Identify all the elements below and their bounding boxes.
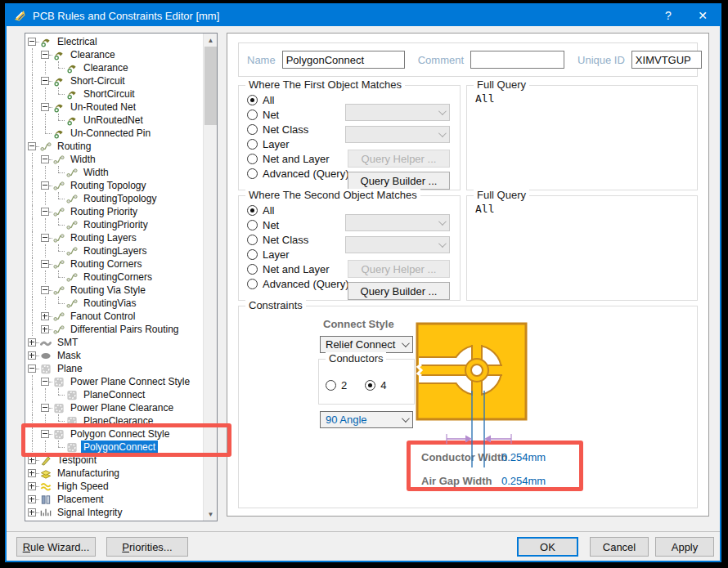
tree-item-routing-topology[interactable]: Routing Topology (25, 179, 203, 192)
expand-toggle-icon[interactable] (38, 48, 52, 61)
radio-button-icon[interactable] (247, 235, 258, 245)
expand-toggle-icon[interactable] (38, 101, 52, 114)
name-input[interactable] (282, 51, 405, 69)
expand-toggle-icon[interactable] (38, 205, 52, 218)
radio-option-advanced-query-[interactable]: Advanced (Query) (247, 166, 349, 181)
rule-wizard-button[interactable]: Rule Wizard... (16, 537, 96, 557)
tree-item-clearance[interactable]: Clearance (25, 61, 203, 74)
tree-item-power-plane-connect-style[interactable]: Power Plane Connect Style (25, 375, 203, 388)
radio-button-icon[interactable] (247, 110, 258, 120)
tree-item-un-routed-net[interactable]: Un-Routed Net (25, 101, 203, 114)
tree-item-label[interactable]: ShortCircuit (81, 87, 137, 101)
tree-item-label[interactable]: Fanout Control (68, 310, 137, 323)
tree-item-label[interactable]: RoutingPriority (81, 218, 151, 231)
tree-item-electrical[interactable]: Electrical (25, 35, 203, 48)
tree-item-power-plane-clearance[interactable]: Power Plane Clearance (25, 401, 203, 414)
tree-item-polygon-connect-style[interactable]: Polygon Connect Style (25, 427, 203, 441)
tree-item-routing[interactable]: Routing (25, 140, 203, 153)
cancel-button[interactable]: Cancel (590, 537, 649, 557)
radio-option-net-class[interactable]: Net Class (247, 122, 349, 136)
tree-item-signal-integrity[interactable]: Signal Integrity (25, 506, 203, 519)
tree-item-label[interactable]: Width (68, 153, 98, 166)
radio-option-advanced-query-[interactable]: Advanced (Query) (247, 276, 349, 291)
radio-option-net[interactable]: Net (247, 217, 349, 232)
radio-option-all[interactable]: All (247, 92, 349, 107)
tree-item-label[interactable]: PolygonConnect (81, 441, 158, 454)
connect-style-dropdown[interactable]: Relief Connect (320, 336, 413, 353)
radio-button-icon[interactable] (247, 220, 258, 230)
tree-item-routinglayers[interactable]: RoutingLayers (25, 244, 203, 257)
tree-item-label[interactable]: Routing Corners (68, 257, 144, 271)
tree-item-label[interactable]: Power Plane Connect Style (68, 375, 192, 388)
radio-option-4[interactable]: 4 (365, 378, 386, 392)
radio-option-layer[interactable]: Layer (247, 136, 349, 151)
tree-scrollbar[interactable]: ▲ ▼ (203, 34, 217, 521)
tree-item-routing-layers[interactable]: Routing Layers (25, 231, 203, 244)
radio-button-icon[interactable] (326, 380, 336, 391)
tree-item-plane[interactable]: Plane (25, 362, 203, 375)
radio-button-icon[interactable] (365, 380, 375, 391)
radio-button-icon[interactable] (247, 124, 258, 135)
expand-toggle-icon[interactable] (38, 310, 52, 323)
tree-item-planeconnect[interactable]: PlaneConnect (25, 388, 203, 401)
tree-item-width[interactable]: Width (25, 166, 203, 179)
tree-item-width[interactable]: Width (25, 153, 203, 166)
angle-dropdown[interactable]: 90 Angle (320, 411, 413, 428)
tree-item-high-speed[interactable]: High Speed (25, 480, 203, 493)
tree-item-label[interactable]: RoutingCorners (81, 271, 155, 284)
radio-button-icon[interactable] (247, 139, 258, 150)
scroll-up-icon[interactable]: ▲ (204, 34, 218, 47)
radio-button-icon[interactable] (247, 279, 258, 289)
second-query-builder-button[interactable]: Query Builder ... (348, 282, 450, 300)
unique-id-input[interactable] (631, 51, 702, 69)
expand-toggle-icon[interactable] (25, 506, 38, 519)
tree-item-label[interactable]: Routing Layers (68, 231, 139, 244)
tree-item-label[interactable]: Placement (55, 493, 106, 506)
expand-toggle-icon[interactable] (25, 140, 38, 153)
tree-item-label[interactable]: Un-Routed Net (68, 101, 138, 114)
tree-item-label[interactable]: PlaneConnect (81, 388, 147, 401)
tree-item-label[interactable]: RoutingVias (81, 297, 139, 310)
tree-item-routing-via-style[interactable]: Routing Via Style (25, 284, 203, 297)
tree-item-label[interactable]: SMT (55, 336, 80, 349)
tree-item-routingcorners[interactable]: RoutingCorners (25, 271, 203, 284)
air-gap-width-value[interactable]: 0.254mm (501, 475, 546, 487)
radio-option-net-class[interactable]: Net Class (247, 232, 349, 247)
tree-item-polygonconnect[interactable]: PolygonConnect (25, 441, 203, 454)
tree-item-routing-corners[interactable]: Routing Corners (25, 257, 203, 271)
expand-toggle-icon[interactable] (38, 179, 52, 192)
tree-item-label[interactable]: Routing Priority (68, 205, 140, 218)
expand-toggle-icon[interactable] (38, 74, 52, 87)
radio-button-icon[interactable] (247, 154, 258, 164)
expand-toggle-icon[interactable] (25, 493, 38, 506)
expand-toggle-icon[interactable] (38, 284, 52, 297)
tree-item-manufacturing[interactable]: Manufacturing (25, 467, 203, 480)
first-query-builder-button[interactable]: Query Builder ... (348, 172, 450, 190)
title-bar[interactable]: PCB Rules and Constraints Editor [mm] ? … (7, 5, 720, 26)
tree-item-mask[interactable]: Mask (25, 349, 203, 362)
ok-button[interactable]: OK (517, 537, 578, 557)
radio-button-icon[interactable] (247, 264, 258, 275)
tree-item-label[interactable]: Differential Pairs Routing (68, 323, 182, 336)
tree-item-differential-pairs-routing[interactable]: Differential Pairs Routing (25, 323, 203, 336)
expand-toggle-icon[interactable] (38, 153, 52, 166)
tree-item-routingtopology[interactable]: RoutingTopology (25, 192, 203, 205)
tree-item-label[interactable]: Mask (55, 349, 83, 362)
apply-button[interactable]: Apply (655, 537, 714, 557)
comment-input[interactable] (470, 51, 564, 69)
tree-item-fanout-control[interactable]: Fanout Control (25, 310, 203, 323)
tree-item-routingpriority[interactable]: RoutingPriority (25, 218, 203, 231)
tree-item-label[interactable]: RoutingLayers (81, 244, 149, 257)
tree-item-label[interactable]: Un-Connected Pin (68, 127, 153, 140)
expand-toggle-icon[interactable] (25, 480, 38, 493)
help-icon[interactable]: ? (651, 5, 685, 26)
tree-item-label[interactable]: Signal Integrity (55, 506, 124, 519)
tree-item-label[interactable]: Routing (55, 140, 93, 153)
tree-item-label[interactable]: RoutingTopology (81, 192, 159, 205)
tree-item-label[interactable]: Polygon Connect Style (68, 427, 172, 441)
radio-option-all[interactable]: All (247, 203, 349, 217)
tree-item-label[interactable]: Width (81, 166, 111, 179)
tree-item-routingvias[interactable]: RoutingVias (25, 297, 203, 310)
expand-toggle-icon[interactable] (38, 375, 52, 388)
tree-item-label[interactable]: Manufacturing (55, 467, 122, 480)
